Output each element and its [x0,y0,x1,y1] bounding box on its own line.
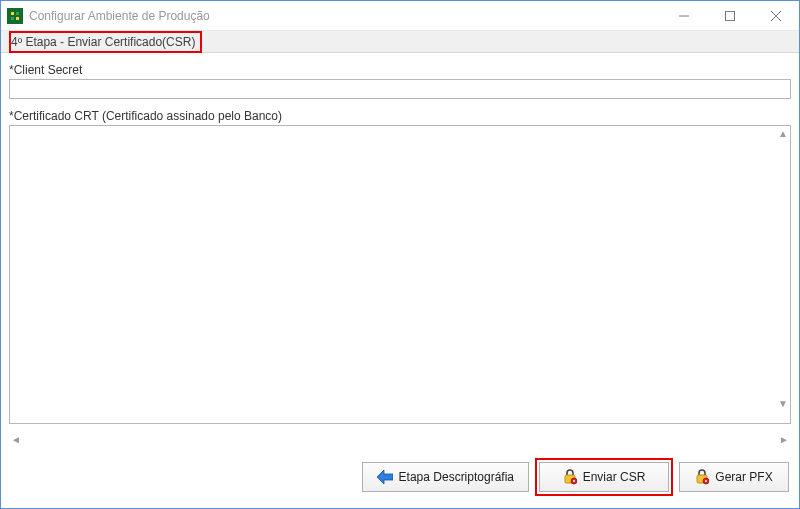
prev-step-button[interactable]: Etapa Descriptográfia [362,462,529,492]
svg-rect-3 [11,17,14,20]
generate-pfx-label: Gerar PFX [715,470,772,484]
window-frame: Configurar Ambiente de Produção 4º Etapa… [0,0,800,509]
lock-icon [695,469,709,485]
window-title: Configurar Ambiente de Produção [29,9,661,23]
svg-rect-1 [11,12,14,15]
window-controls [661,1,799,30]
close-button[interactable] [753,1,799,31]
arrow-left-icon [377,470,393,484]
prev-step-label: Etapa Descriptográfia [399,470,514,484]
send-csr-label: Enviar CSR [583,470,646,484]
step-label: 4º Etapa - Enviar Certificado(CSR) [9,31,202,53]
scrollbar-left-icon: ◄ [11,434,21,445]
svg-rect-2 [16,12,19,15]
maximize-icon [725,11,735,21]
svg-marker-9 [377,470,393,484]
svg-rect-4 [16,17,19,20]
send-csr-button[interactable]: Enviar CSR [539,462,669,492]
generate-pfx-button[interactable]: Gerar PFX [679,462,789,492]
content-area: *Client Secret *Certificado CRT (Certifi… [1,53,799,448]
minimize-icon [679,11,689,21]
app-icon [7,8,23,24]
svg-point-15 [705,480,707,482]
client-secret-label: *Client Secret [9,63,791,77]
crt-textarea[interactable] [10,126,790,423]
svg-rect-0 [9,10,21,22]
title-bar: Configurar Ambiente de Produção [1,1,799,31]
crt-label: *Certificado CRT (Certificado assinado p… [9,109,791,123]
scrollbar-right-icon: ► [779,434,789,445]
button-row: Etapa Descriptográfia Enviar CSR [1,448,799,508]
client-secret-input[interactable] [9,79,791,99]
lock-icon [563,469,577,485]
minimize-button[interactable] [661,1,707,31]
svg-rect-6 [726,12,735,21]
close-icon [771,11,781,21]
crt-textarea-wrap: ▲ ▼ [9,125,791,424]
horizontal-scrollbar: ◄ ► [9,430,791,448]
step-header: 4º Etapa - Enviar Certificado(CSR) [1,31,799,53]
maximize-button[interactable] [707,1,753,31]
svg-point-12 [573,480,575,482]
